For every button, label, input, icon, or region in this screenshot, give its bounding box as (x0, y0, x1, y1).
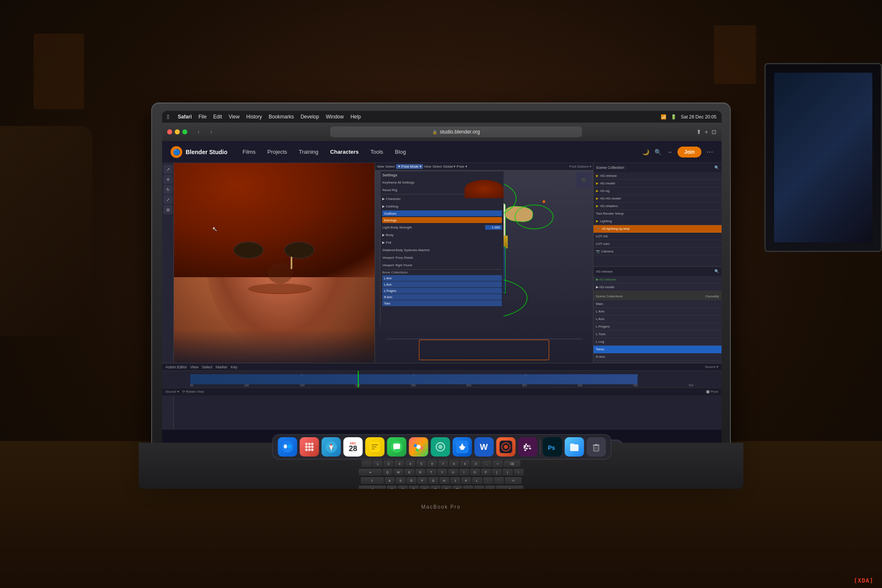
new-tab-icon[interactable]: + (705, 129, 708, 135)
key-shift-right[interactable]: ⇧ (496, 486, 523, 489)
key-tab[interactable]: ⇥ (359, 469, 382, 476)
dock-calendar[interactable]: DEC 28 (344, 437, 363, 457)
bone-col-l-fingers[interactable]: L Fingers (382, 288, 501, 294)
settings-outlines-bar[interactable]: Outlines (382, 210, 501, 216)
key-s[interactable]: S (396, 477, 406, 485)
settings-full-label[interactable]: ▶ Full (382, 241, 391, 244)
dock-trash[interactable] (587, 437, 606, 457)
timeline-select-label[interactable]: Select (202, 365, 212, 369)
grid-menu-icon[interactable]: ⋯ (706, 148, 713, 156)
scene-rig-shaders[interactable]: ▶ rIG-shaders (593, 202, 722, 210)
forward-button[interactable]: › (207, 127, 216, 136)
dock-finder[interactable] (278, 437, 297, 457)
prop-l-fingers[interactable]: L Fingers (593, 323, 722, 331)
key-5[interactable]: 5 (416, 460, 426, 468)
key-p[interactable]: P (481, 469, 491, 476)
prop-l-arm[interactable]: L Arm (593, 308, 722, 315)
nav-films[interactable]: Films (238, 146, 261, 158)
dark-mode-icon[interactable]: 🌙 (642, 149, 649, 155)
key-a[interactable]: A (385, 477, 395, 485)
tool-select[interactable]: ↗ (163, 165, 173, 174)
scene-rig-rig[interactable]: ▶ rIG-rig (593, 187, 722, 195)
key-4[interactable]: 4 (405, 460, 415, 468)
timeline-key-label[interactable]: Key (231, 365, 237, 369)
prop-rig-model2[interactable]: ▶ rIG-model (593, 284, 722, 291)
viewport-view-menu[interactable]: View (377, 165, 384, 168)
nav-tools[interactable]: Tools (365, 146, 388, 158)
key-r[interactable]: R (415, 469, 425, 476)
key-return[interactable]: ⏎ (505, 477, 522, 485)
dock-finder2[interactable] (565, 437, 584, 457)
key-c[interactable]: C (409, 486, 419, 489)
menubar-develop[interactable]: Develop (301, 114, 319, 120)
tool-move[interactable]: ✛ (163, 175, 173, 184)
apple-menu[interactable]:  (167, 113, 169, 120)
key-j[interactable]: J (450, 477, 460, 485)
back-button[interactable]: ‹ (194, 127, 203, 136)
dock-chatgpt[interactable] (431, 437, 450, 457)
key-h[interactable]: H (439, 477, 449, 485)
menubar-help[interactable]: Help (350, 114, 361, 120)
prop-l-arm2[interactable]: L Arm (593, 315, 722, 323)
timeline-track[interactable]: 50 100 150 200 250 300 350 400 450 (162, 371, 722, 388)
address-bar[interactable]: 🔒 studio.blender.org (330, 126, 582, 137)
dock-photos[interactable] (409, 437, 428, 457)
settings-body-label[interactable]: ▶ Body (382, 233, 393, 237)
menubar-safari[interactable]: Safari (178, 114, 192, 120)
dock-notes[interactable] (365, 437, 385, 457)
key-shift-left[interactable]: ⇧ (359, 486, 386, 489)
minimize-button[interactable] (175, 129, 180, 134)
key-6[interactable]: 6 (427, 460, 437, 468)
menubar-history[interactable]: History (246, 114, 262, 120)
key-7[interactable]: 7 (438, 460, 448, 468)
viewport-pose-mode[interactable]: ✦ Pose Mode ▾ (396, 164, 423, 169)
key-caps[interactable]: ⇪ (361, 477, 384, 485)
scene-camera[interactable]: 📷 Camera (593, 248, 722, 255)
key-g[interactable]: G (428, 477, 438, 485)
view-cube[interactable]: ⬛ (576, 172, 591, 187)
viewport-select-menu[interactable]: Select (385, 165, 394, 168)
viewport-global-btn[interactable]: Global ▾ (443, 165, 455, 168)
key-9[interactable]: 9 (460, 460, 470, 468)
dock-messages[interactable] (387, 437, 407, 457)
search-icon[interactable]: 🔍 (654, 149, 662, 155)
scene-collection-search[interactable]: 🔍 (714, 165, 719, 170)
key-k[interactable]: K (461, 477, 471, 485)
bone-col-toes[interactable]: Toes (382, 300, 501, 306)
scene-lot-cam[interactable]: LOT-cam (593, 240, 722, 248)
nav-training[interactable]: Training (294, 146, 323, 158)
key-t[interactable]: T (426, 469, 436, 476)
menubar-file[interactable]: File (198, 114, 206, 120)
key-e[interactable]: E (404, 469, 415, 476)
key-backtick[interactable]: ` (362, 460, 372, 468)
key-b[interactable]: B (430, 486, 441, 489)
scene-rig-release[interactable]: ▶ rIG-release (593, 172, 722, 180)
settings-reset-label[interactable]: Reset Rig (382, 188, 397, 192)
dock-word[interactable]: W (475, 437, 494, 457)
prop-torso[interactable]: Torso (593, 346, 722, 353)
key-v[interactable]: V (420, 486, 430, 489)
settings-clothing-label[interactable]: ▶ Clothing (382, 205, 398, 208)
key-1[interactable]: 1 (373, 460, 383, 468)
key-w[interactable]: W (394, 469, 404, 476)
settings-keyframe-label[interactable]: Keyframe All Settings (382, 181, 414, 184)
tool-transform[interactable]: ⊞ (163, 205, 173, 214)
key-slash[interactable]: / (485, 486, 495, 489)
key-i[interactable]: I (459, 469, 469, 476)
key-comma[interactable]: , (463, 486, 473, 489)
scene-rig-model[interactable]: ▶ rIG-model (593, 180, 722, 187)
nav-projects[interactable]: Projects (262, 146, 292, 158)
viewport-view-btn2[interactable]: View (424, 165, 431, 168)
dock-launchpad[interactable] (300, 437, 319, 457)
scene-lighting[interactable]: ▶ Lighting (593, 218, 722, 225)
dock-photoshop[interactable]: Ps (543, 437, 562, 457)
key-2[interactable]: 2 (383, 460, 394, 468)
tool-scale[interactable]: ⤢ (163, 195, 173, 204)
key-quote[interactable]: ' (494, 477, 504, 485)
scene-rig-rig-model[interactable]: ▶ rIG-rIG-model (593, 195, 722, 202)
key-o[interactable]: O (470, 469, 480, 476)
key-y[interactable]: Y (437, 469, 447, 476)
timeline-marker-label[interactable]: Marker (215, 365, 227, 369)
key-l[interactable]: L (472, 477, 482, 485)
key-backspace[interactable]: ⌫ (504, 460, 520, 468)
